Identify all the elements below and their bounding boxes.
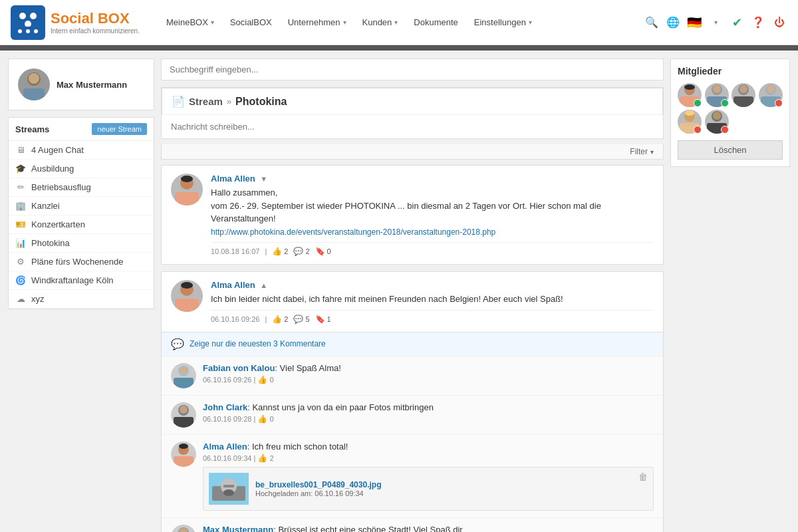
member-1[interactable] [678,83,702,107]
wind-icon: 🌀 [15,275,26,285]
post-1-author-arrow: ▼ [260,175,267,183]
svg-rect-16 [175,299,199,312]
comment-icon: 💬 [293,247,303,256]
filter-button[interactable]: Filter [630,147,648,156]
post-2-author: Alma Allen ▲ [211,280,654,290]
nav-dokumente[interactable]: Dokumente [407,12,464,33]
svg-point-7 [34,29,38,33]
comment-4-avatar [171,525,196,533]
power-icon[interactable]: ⏻ [771,15,787,31]
svg-point-45 [739,85,747,93]
member-5-status [694,126,702,134]
svg-rect-12 [175,192,199,205]
help-icon[interactable]: ❓ [750,15,766,31]
post-1-likes[interactable]: 👍 2 [272,247,288,256]
svg-point-48 [767,85,775,93]
flag-arrow[interactable]: ▾ [708,15,724,31]
sidebar-item-betriebsausflug[interactable]: ✏ Betriebsausflug [9,178,154,197]
stream-label: Stream [189,96,223,107]
delete-button[interactable]: Löschen [678,140,783,160]
nav-socialbox[interactable]: SocialBOX [223,12,279,33]
post-1-comments[interactable]: 💬 2 [293,247,309,256]
office-icon: 🏢 [15,201,26,211]
member-5[interactable] [678,110,702,134]
toggle-label: Zeige nur die neuesten 3 Kommentare [190,339,326,348]
filter-arrow-icon: ▾ [650,148,654,156]
attachment-thumb [209,473,249,505]
comment-3-avatar [171,442,196,467]
main-content: 📄 Stream » Photokina Filter ▾ [161,59,664,532]
comment-3-text: Alma Allen: Ich freu mich schon total! [203,442,654,452]
post-2-comments[interactable]: 💬 5 [293,315,309,324]
compose-input[interactable] [171,122,654,132]
svg-point-28 [179,444,188,449]
svg-point-10 [29,73,39,84]
chart-icon: 📊 [15,238,26,248]
comment-4-body: Max Mustermann: Brüssel ist echt eine sc… [203,525,654,533]
member-6[interactable] [705,110,729,134]
sidebar-item-konzertkarten[interactable]: 🎫 Konzertkarten [9,215,154,234]
sidebar-item-plaene[interactable]: ⚙ Pläne fürs Wochenende [9,253,154,271]
comment-1-author: Fabian von Kalou [203,363,275,373]
comment-4-author: Max Mustermann [203,525,273,533]
svg-point-55 [713,112,721,120]
attachment-delete-icon[interactable]: 🗑 [638,471,648,482]
comment-1-avatar [171,363,196,388]
nav-meinebox-arrow: ▾ [211,19,214,26]
logo[interactable]: Social BOX Intern einfach kommunizieren. [11,5,140,40]
svg-point-18 [181,282,193,289]
sidebar-item-ausbildung[interactable]: 🎓 Ausbildung [9,160,154,178]
comment-2-author: John Clark [203,402,247,412]
profile-name: Max Mustermann [57,80,127,90]
search-icon[interactable]: 🔍 [644,15,660,31]
like-icon: 👍 [272,247,282,256]
member-3-avatar [732,83,755,107]
post-2-bookmarks[interactable]: 🔖 1 [315,315,331,324]
nav-meinebox[interactable]: MeineBOX ▾ [160,12,221,33]
logo-icon [11,5,45,40]
members-title: Mitglieder [678,66,783,76]
nav-unternehmen[interactable]: Unternehmen ▾ [281,12,353,33]
globe-icon[interactable]: 🌐 [665,15,681,31]
svg-point-14 [181,176,193,182]
sidebar-item-windkraft[interactable]: 🌀 Windkraftanlage Köln [9,271,154,290]
streams-box: Streams neuer Stream 🖥 4 Augen Chat 🎓 Au… [8,117,154,309]
svg-point-52 [685,110,694,116]
status-check-icon[interactable]: ✔ [729,15,745,31]
document-icon: 📄 [172,95,185,108]
current-stream-name: Photokina [235,96,287,108]
post-1-bookmarks[interactable]: 🔖 0 [315,247,331,256]
post-2-date: 06.10.16 09:26 [211,315,259,323]
attachment-name[interactable]: be_bruxelles001_P0489_4030.jpg [255,480,648,489]
sidebar-item-photokina[interactable]: 📊 Photokina [9,234,154,253]
comment-1-text: Fabian von Kalou: Viel Spaß Alma! [203,363,654,373]
member-2-status [721,99,729,107]
new-stream-button[interactable]: neuer Stream [92,123,147,135]
nav-kunden-arrow: ▾ [394,19,398,26]
member-2[interactable] [705,83,729,107]
member-4[interactable] [759,83,783,107]
search-input[interactable] [161,59,664,80]
svg-rect-23 [174,417,194,428]
post-1-link[interactable]: http://www.photokina.de/events/veranstal… [211,227,495,237]
comment-1-meta: 06.10.16 09:26 | 👍 0 [203,375,654,384]
sidebar-item-xyz[interactable]: ☁ xyz [9,290,154,309]
comments-section: Fabian von Kalou: Viel Spaß Alma! 06.10.… [162,356,663,533]
post-1-text: Hallo zusammen, vom 26.- 29. September i… [211,186,654,238]
logo-title: Social BOX [51,10,140,27]
comment-4-text: Max Mustermann: Brüssel ist echt eine sc… [203,525,654,533]
breadcrumb: 📄 Stream » Photokina [162,88,663,114]
flag-icon[interactable]: 🇩🇪 [686,15,702,31]
chat-bubble-icon: 💬 [171,338,184,350]
sidebar-item-4augenchat[interactable]: 🖥 4 Augen Chat [9,141,154,160]
nav-einstellungen[interactable]: Einstellungen ▾ [467,12,539,33]
comments-toggle[interactable]: 💬 Zeige nur die neuesten 3 Kommentare [162,332,663,356]
member-3[interactable] [732,83,755,107]
sidebar-item-kanzlei[interactable]: 🏢 Kanzlei [9,197,154,215]
nav-kunden[interactable]: Kunden ▾ [356,12,405,33]
nav-einstellungen-arrow: ▾ [529,19,532,26]
post-2-likes[interactable]: 👍 2 [272,315,288,324]
svg-rect-20 [174,378,194,388]
top-icons: 🔍 🌐 🇩🇪 ▾ ✔ ❓ ⏻ [644,15,787,31]
main-nav: MeineBOX ▾ SocialBOX Unternehmen ▾ Kunde… [160,12,644,33]
